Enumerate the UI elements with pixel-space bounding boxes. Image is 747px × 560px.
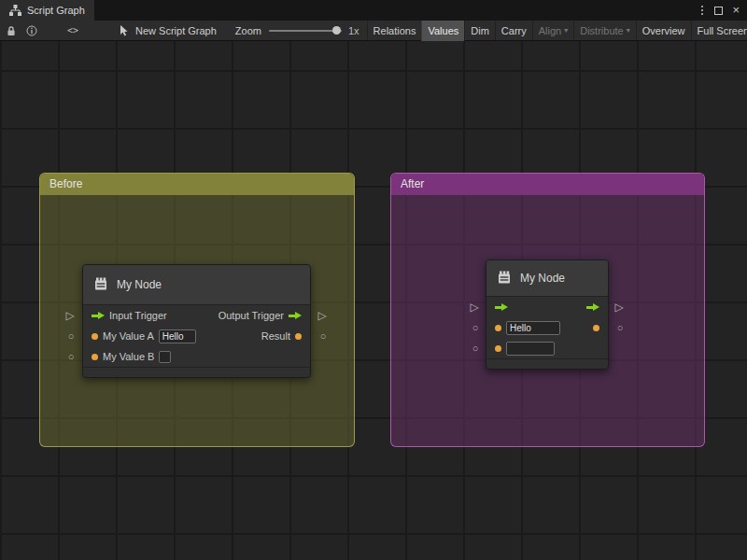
value-a-label: My Value A xyxy=(103,330,154,342)
value-b-row xyxy=(486,338,608,358)
value-b-input[interactable] xyxy=(506,342,555,356)
group-before-header[interactable]: Before xyxy=(40,174,354,195)
value-input-port-icon[interactable] xyxy=(495,325,501,331)
toolbar-buttons: Relations Values Dim Carry Align ▾ Distr… xyxy=(367,21,747,41)
value-port-external[interactable]: ○ xyxy=(317,329,330,343)
value-input-port-icon[interactable] xyxy=(92,354,98,360)
values-button[interactable]: Values xyxy=(421,21,464,41)
node-title: My Node xyxy=(117,278,162,291)
value-input-port-icon[interactable] xyxy=(495,345,501,352)
graph-breadcrumb[interactable]: New Script Graph xyxy=(120,21,217,41)
value-b-row: My Value B xyxy=(83,346,310,367)
node-footer xyxy=(83,367,310,377)
script-graph-icon xyxy=(9,5,21,16)
value-port-external[interactable]: ○ xyxy=(469,342,482,355)
value-input-port-icon[interactable] xyxy=(92,333,98,340)
code-view-icon[interactable]: <> xyxy=(67,21,78,41)
value-a-row: My Value A Result xyxy=(83,326,310,346)
value-port-external[interactable]: ○ xyxy=(64,329,78,343)
titlebar: Script Graph × xyxy=(0,0,747,21)
tab-script-graph[interactable]: Script Graph xyxy=(0,0,94,21)
value-port-external[interactable]: ○ xyxy=(469,321,482,334)
node-header[interactable]: My Node xyxy=(486,260,608,297)
value-port-external[interactable]: ○ xyxy=(613,321,627,334)
trigger-row xyxy=(486,297,608,317)
window-close-icon[interactable]: × xyxy=(732,5,740,16)
value-b-label: My Value B xyxy=(103,351,154,362)
flow-port-external[interactable]: ▷ xyxy=(316,309,329,322)
graph-name: New Script Graph xyxy=(135,25,217,36)
value-b-input[interactable] xyxy=(159,351,171,363)
node-my-node-before[interactable]: My Node Input Trigger Output Trigger My … xyxy=(82,264,311,378)
value-a-input[interactable] xyxy=(159,329,196,343)
value-output-port-icon[interactable] xyxy=(295,333,302,340)
info-icon[interactable] xyxy=(26,21,37,41)
fullscreen-button[interactable]: Full Screen xyxy=(691,21,747,41)
flow-input-port-icon[interactable] xyxy=(495,303,508,312)
overview-button[interactable]: Overview xyxy=(636,21,691,41)
graph-pointer-icon xyxy=(120,21,130,41)
chevron-down-icon: ▾ xyxy=(564,26,568,35)
node-icon xyxy=(92,275,109,295)
align-button[interactable]: Align ▾ xyxy=(532,21,573,41)
lock-icon[interactable] xyxy=(6,21,17,41)
value-output-port-icon[interactable] xyxy=(593,325,599,331)
node-header[interactable]: My Node xyxy=(83,265,310,305)
window-maximize-icon[interactable] xyxy=(714,7,723,15)
distribute-button[interactable]: Distribute ▾ xyxy=(573,21,635,41)
value-a-row xyxy=(486,317,608,338)
zoom-label: Zoom xyxy=(235,25,261,36)
output-trigger-label: Output Trigger xyxy=(218,310,284,321)
value-port-external[interactable]: ○ xyxy=(64,350,78,363)
graph-canvas[interactable]: Before After My Node xyxy=(0,41,747,560)
zoom-control: Zoom 1x xyxy=(235,25,359,36)
zoom-slider-knob[interactable] xyxy=(332,26,341,35)
flow-port-external[interactable]: ▷ xyxy=(613,301,626,314)
node-title: My Node xyxy=(520,272,565,285)
window-controls: × xyxy=(699,0,747,21)
flow-output-port-icon[interactable] xyxy=(289,312,302,320)
window-menu-icon[interactable] xyxy=(699,4,705,17)
node-footer xyxy=(486,358,608,369)
input-trigger-label: Input Trigger xyxy=(109,310,167,321)
zoom-value: 1x xyxy=(348,25,359,36)
node-my-node-after[interactable]: My Node xyxy=(486,259,609,370)
relations-button[interactable]: Relations xyxy=(367,21,422,41)
dim-button[interactable]: Dim xyxy=(464,21,495,41)
carry-button[interactable]: Carry xyxy=(495,21,532,41)
zoom-slider[interactable] xyxy=(269,30,342,32)
tab-label: Script Graph xyxy=(27,5,85,16)
trigger-row: Input Trigger Output Trigger xyxy=(83,305,310,326)
group-after-header[interactable]: After xyxy=(391,174,704,195)
value-a-input[interactable] xyxy=(506,321,560,335)
result-label: Result xyxy=(261,330,290,342)
chevron-down-icon: ▾ xyxy=(627,26,630,35)
flow-input-port-icon[interactable] xyxy=(92,312,105,320)
script-graph-window: Script Graph × <> xyxy=(0,0,747,560)
flow-port-external[interactable]: ▷ xyxy=(63,309,77,322)
graph-toolbar: <> New Script Graph Zoom 1x Relations Va… xyxy=(0,21,747,41)
flow-output-port-icon[interactable] xyxy=(586,303,599,312)
node-icon xyxy=(496,269,513,288)
flow-port-external[interactable]: ▷ xyxy=(468,301,481,314)
